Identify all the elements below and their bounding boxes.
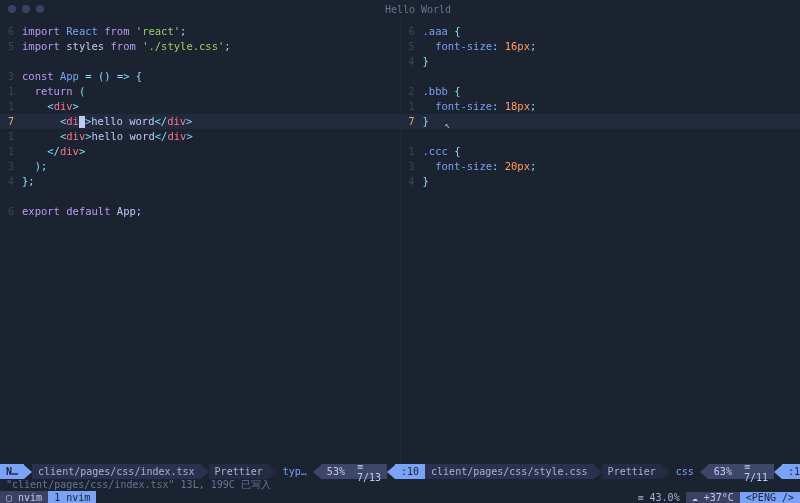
code-line[interactable]: 6.aaa { <box>401 24 801 39</box>
column: :1 <box>782 464 800 479</box>
editor-split: 6import React from 'react';5import style… <box>0 18 800 464</box>
code-line[interactable]: 3const App = () => { <box>0 69 400 84</box>
column: :10 <box>395 464 425 479</box>
line-count: ≡ 7/13 <box>351 464 387 479</box>
code-line[interactable]: 3 ); <box>0 159 400 174</box>
right-pane[interactable]: ↖ 6.aaa {5 font-size: 16px;4}2.bbb {1 fo… <box>401 18 801 464</box>
left-pane[interactable]: 6import React from 'react';5import style… <box>0 18 401 464</box>
message-line: "client/pages/css/index.tsx" 13L, 199C 已… <box>0 479 800 491</box>
code-line[interactable]: 4} <box>401 54 801 69</box>
titlebar: Hello World <box>0 0 800 18</box>
code-line[interactable] <box>401 69 801 84</box>
minimize-icon[interactable] <box>22 5 30 13</box>
code-line[interactable]: 1 <div> <box>0 99 400 114</box>
formatter: Prettier <box>209 464 269 479</box>
code-line[interactable]: 1 </div> <box>0 144 400 159</box>
filetype: typ… <box>277 464 313 479</box>
tmux-host: <PENG /> <box>740 492 800 503</box>
zoom-icon[interactable] <box>36 5 44 13</box>
filetype: css <box>670 464 700 479</box>
code-line[interactable]: 4}; <box>0 174 400 189</box>
traffic-lights[interactable] <box>8 5 44 13</box>
code-line[interactable]: 4} <box>401 174 801 189</box>
mode-indicator: N… <box>0 464 24 479</box>
tmux-cpu: ≡ 43.0% <box>632 492 686 503</box>
code-line[interactable] <box>0 189 400 204</box>
file-path: client/pages/css/style.css <box>425 464 594 479</box>
formatter: Prettier <box>602 464 662 479</box>
tmux-statusline: ▢ nvim 1 nvim ≡ 43.0% ☁ +37°C <PENG /> <box>0 491 800 503</box>
window-title: Hello World <box>44 4 792 15</box>
code-line[interactable]: 5 font-size: 16px; <box>401 39 801 54</box>
code-line[interactable]: 1.ccc { <box>401 144 801 159</box>
code-line[interactable]: 7 <di>hello word</div> <box>0 114 400 129</box>
code-line[interactable]: 1 return ( <box>0 84 400 99</box>
code-line[interactable]: 5import styles from './style.css'; <box>0 39 400 54</box>
tmux-session[interactable]: ▢ nvim <box>0 491 48 503</box>
tmux-weather: ☁ +37°C <box>686 492 740 503</box>
tmux-window[interactable]: 1 nvim <box>48 491 96 503</box>
file-path: client/pages/css/index.tsx <box>32 464 201 479</box>
code-line[interactable]: 6export default App; <box>0 204 400 219</box>
statusline-right: client/pages/css/style.css Prettier css … <box>425 464 800 479</box>
code-line[interactable]: 6import React from 'react'; <box>0 24 400 39</box>
line-count: ≡ 7/11 <box>738 464 774 479</box>
code-line[interactable] <box>0 54 400 69</box>
statusline: N… client/pages/css/index.tsx Prettier t… <box>0 464 800 479</box>
code-line[interactable]: 7} <box>401 114 801 129</box>
statusline-left: N… client/pages/css/index.tsx Prettier t… <box>0 464 425 479</box>
percent: 63% <box>708 464 738 479</box>
code-line[interactable]: 1 <div>hello word</div> <box>0 129 400 144</box>
code-line[interactable]: 1 font-size: 18px; <box>401 99 801 114</box>
code-line[interactable] <box>401 129 801 144</box>
percent: 53% <box>321 464 351 479</box>
close-icon[interactable] <box>8 5 16 13</box>
code-line[interactable]: 3 font-size: 20px; <box>401 159 801 174</box>
code-line[interactable]: 2.bbb { <box>401 84 801 99</box>
